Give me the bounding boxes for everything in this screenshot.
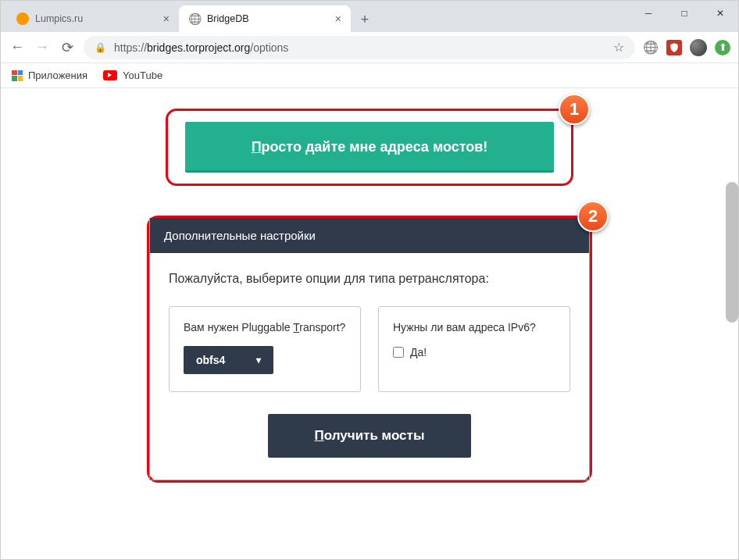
card-ipv6: Нужны ли вам адреса IPv6? Да! — [378, 306, 570, 392]
window-maximize[interactable]: □ — [666, 1, 702, 26]
nav-back-icon[interactable]: ← — [9, 39, 26, 55]
address-bar[interactable]: 🔒 https://bridges.torproject.org/options… — [84, 36, 635, 59]
card-question: Нужны ли вам адреса IPv6? — [393, 321, 555, 334]
youtube-icon — [103, 70, 117, 80]
callout-badge-2: 2 — [577, 201, 609, 232]
favicon-lumpics — [16, 12, 29, 25]
bookmark-youtube[interactable]: YouTube — [103, 70, 162, 81]
window-minimize[interactable]: ─ — [630, 1, 666, 26]
card-pluggable-transport: Вам нужен Pluggable Transport? obfs4 — [169, 306, 361, 392]
just-give-bridges-button[interactable]: Просто дайте мне адреса мостов! — [185, 122, 554, 173]
panel-prompt: Пожалуйста, выберите опции для типа ретр… — [169, 272, 570, 286]
browser-toolbar: ← → ⟳ 🔒 https://bridges.torproject.org/o… — [1, 32, 738, 63]
card-question: Вам нужен Pluggable Transport? — [184, 321, 346, 334]
tab-close-icon[interactable]: × — [163, 12, 170, 25]
transport-select[interactable]: obfs4 — [184, 346, 273, 374]
bookmark-apps[interactable]: Приложения — [12, 70, 87, 81]
ipv6-checkbox-row[interactable]: Да! — [393, 346, 427, 358]
tab-lumpics[interactable]: Lumpics.ru × — [7, 5, 179, 32]
apps-grid-icon — [12, 70, 23, 81]
new-tab-button[interactable]: + — [354, 9, 376, 30]
favicon-bridgedb — [188, 12, 201, 25]
window-close[interactable]: ✕ — [702, 1, 738, 26]
panel-header: Дополнительные настройки — [150, 218, 589, 253]
ipv6-yes-label: Да! — [410, 346, 427, 358]
tab-title: BridgeDB — [207, 13, 249, 24]
bookmarks-bar: Приложения YouTube — [1, 63, 738, 88]
tab-bridgedb[interactable]: BridgeDB × — [179, 5, 351, 32]
window-controls: ─ □ ✕ — [630, 1, 738, 26]
nav-reload-icon[interactable]: ⟳ — [59, 39, 76, 56]
tab-close-icon[interactable]: × — [335, 12, 341, 25]
bookmark-label: YouTube — [123, 70, 162, 81]
url-text: https://bridges.torproject.org/options — [114, 41, 288, 54]
advanced-panel: Дополнительные настройки Пожалуйста, выб… — [149, 218, 590, 480]
callout-1: 1 Просто дайте мне адреса мостов! — [166, 109, 573, 186]
lock-icon: 🔒 — [95, 42, 106, 53]
nav-forward-icon: → — [34, 39, 51, 55]
extension-globe-icon[interactable] — [643, 40, 659, 55]
page-viewport: 1 Просто дайте мне адреса мостов! 2 Допо… — [1, 88, 738, 560]
extension-green-icon[interactable]: ⬆ — [715, 40, 730, 55]
bookmark-label: Приложения — [28, 70, 87, 81]
tab-title: Lumpics.ru — [35, 13, 83, 24]
profile-avatar[interactable] — [690, 39, 707, 56]
bookmark-star-icon[interactable]: ☆ — [613, 40, 624, 55]
callout-2: 2 Дополнительные настройки Пожалуйста, в… — [147, 216, 592, 483]
extension-ublock-icon[interactable] — [666, 40, 682, 55]
tab-strip: Lumpics.ru × BridgeDB × + — [1, 1, 738, 32]
transport-value: obfs4 — [196, 354, 225, 366]
ipv6-checkbox[interactable] — [393, 347, 404, 358]
get-bridges-button[interactable]: Получить мосты — [268, 414, 471, 458]
callout-badge-1: 1 — [559, 94, 590, 125]
